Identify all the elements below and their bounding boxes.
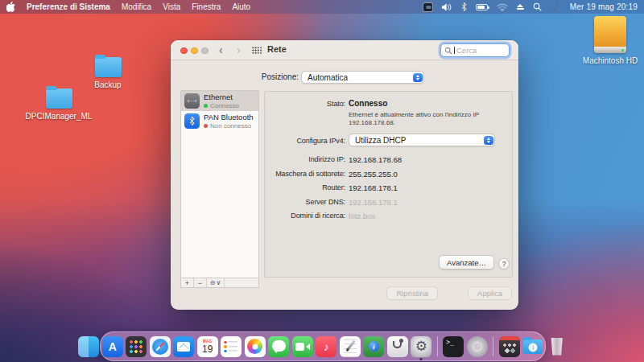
row-label: Server DNS: — [265, 198, 345, 206]
dock-separator — [437, 336, 438, 356]
stato-value: Connesso — [349, 99, 387, 108]
menu-item-aiuto[interactable]: Aiuto — [232, 2, 250, 11]
dock-system-preferences-icon[interactable]: ⚙ — [411, 336, 431, 357]
bluetooth-service-icon — [184, 113, 200, 129]
services-sidebar: ‹···› Ethernet Connesso PAN Bluetooth No… — [180, 90, 259, 278]
battery-icon[interactable] — [476, 4, 488, 10]
menu-item-vista[interactable]: Vista — [163, 2, 180, 11]
dock-safari-icon[interactable] — [150, 336, 171, 357]
folder-icon — [46, 88, 72, 109]
ipv4-label: Configura IPv4: — [265, 137, 345, 145]
desktop-icon-dpcimanager-ml[interactable]: DPCIManager_ML — [6, 88, 111, 121]
service-item-ethernet[interactable]: ‹···› Ethernet Connesso — [181, 91, 258, 111]
search-icon — [444, 47, 452, 55]
apply-button[interactable]: Applica — [468, 286, 512, 300]
service-actions-button[interactable]: ⊖∨ — [207, 278, 225, 287]
apple-menu-icon[interactable] — [6, 2, 15, 12]
desktop-icon-label: Backup — [94, 80, 121, 89]
zoom-button[interactable] — [201, 47, 208, 55]
dock-finder-icon[interactable] — [78, 336, 99, 357]
desktop-icon-backup[interactable]: Backup — [84, 57, 132, 89]
search-field[interactable]: Cerca — [440, 43, 510, 57]
menu-item-modifica[interactable]: Modifica — [122, 2, 151, 11]
add-service-button[interactable]: + — [181, 278, 194, 287]
hard-disk-icon — [594, 16, 626, 53]
spotlight-icon[interactable] — [533, 2, 542, 11]
menu-item-finestra[interactable]: Finestra — [192, 2, 221, 11]
service-list-controls: + − ⊖∨ — [180, 278, 259, 288]
row-label: Maschera di sottorete: — [265, 170, 345, 178]
connection-detail-panel: Stato: Connesso Ethernet è attualmente a… — [264, 91, 513, 278]
dock-facetime-icon[interactable] — [292, 336, 313, 357]
desktop: Preferenze di Sistema Modifica Vista Fin… — [0, 0, 644, 362]
volume-icon[interactable] — [442, 3, 452, 11]
location-row: Posizione: Automatica — [171, 71, 518, 84]
show-all-grid-icon[interactable] — [252, 47, 262, 55]
text-cursor — [454, 47, 455, 54]
dock-downloads-folder-icon[interactable]: ↓ — [522, 336, 543, 357]
dock-applications-stack-icon[interactable] — [499, 336, 520, 357]
menu-app-name[interactable]: Preferenze di Sistema — [27, 2, 110, 11]
dock: A MAG 19 ♪ i ⚙ >_ ↓ — [100, 331, 546, 361]
info-badge-icon: i — [369, 341, 379, 352]
dock-photos-icon[interactable] — [245, 336, 266, 357]
dock-app-store-icon[interactable]: A — [102, 336, 123, 357]
desktop-icon-machintosh-hd[interactable]: Machintosh HD — [578, 16, 642, 65]
row-value: fritz.box — [349, 212, 375, 220]
dock-terminal-icon[interactable]: >_ — [443, 336, 464, 357]
actions-gear-icon: ⊖ — [210, 279, 216, 286]
dock-textedit-icon[interactable] — [340, 336, 361, 357]
service-name: PAN Bluetooth — [204, 113, 254, 121]
chevron-down-icon: ∨ — [216, 279, 221, 286]
revert-button[interactable]: Ripristina — [386, 286, 438, 300]
folder-icon — [95, 57, 122, 77]
help-button[interactable]: ? — [498, 258, 510, 269]
service-name: Ethernet — [204, 93, 239, 101]
dock-reminders-icon[interactable] — [221, 336, 242, 357]
stato-description: Ethernet è attualmente attivo con l'indi… — [349, 111, 510, 127]
dock-dpcimanager-icon[interactable]: i — [363, 336, 384, 357]
menu-clock[interactable]: Mer 19 mag 20:19 — [570, 2, 638, 11]
service-status: Connesso — [210, 102, 239, 109]
network-preferences-window: ‹ › Rete Cerca Posizione: Automatica ‹··… — [171, 40, 518, 310]
calendar-day: 19 — [202, 344, 213, 355]
ipv4-value: Utilizza DHCP — [355, 136, 406, 145]
location-label: Posizione: — [262, 72, 299, 81]
wifi-icon[interactable] — [497, 3, 508, 11]
dock-mail-icon[interactable] — [173, 336, 194, 357]
download-arrow-icon: ↓ — [529, 343, 538, 352]
row-label: Router: — [265, 183, 345, 191]
status-dot-green — [204, 104, 208, 108]
dock-messages-icon[interactable] — [268, 336, 289, 357]
eject-icon[interactable] — [517, 4, 524, 10]
title-bar[interactable]: ‹ › Rete Cerca — [171, 40, 518, 60]
dock-trash-icon[interactable] — [547, 336, 568, 357]
dock-music-icon[interactable]: ♪ — [316, 336, 336, 357]
search-placeholder: Cerca — [456, 46, 477, 55]
trash-cup — [550, 338, 564, 356]
location-dropdown[interactable]: Automatica — [301, 71, 424, 84]
pen-icon — [345, 339, 355, 351]
remove-service-button[interactable]: − — [194, 278, 207, 287]
row-value: 192.168.178.1 — [349, 198, 398, 207]
ipv4-dropdown[interactable]: Utilizza DHCP — [349, 134, 495, 146]
service-status: Non connesso — [210, 122, 251, 130]
service-item-pan-bluetooth[interactable]: PAN Bluetooth Non connesso — [181, 111, 258, 131]
dock-installer-icon[interactable] — [467, 336, 488, 357]
close-button[interactable] — [180, 47, 188, 55]
row-value: 192.168.178.68 — [349, 155, 402, 164]
window-title: Rete — [267, 44, 287, 54]
app-status-icon[interactable] — [423, 2, 433, 12]
stethoscope-icon — [393, 341, 402, 348]
desktop-icon-label: DPCIManager_ML — [26, 112, 93, 121]
dock-calendar-icon[interactable]: MAG 19 — [197, 336, 218, 357]
bluetooth-icon[interactable] — [461, 2, 467, 11]
dock-hackintool-icon[interactable] — [387, 336, 408, 357]
control-center-icon[interactable] — [551, 3, 561, 11]
minimize-button[interactable] — [191, 47, 198, 55]
status-dot-red — [204, 124, 208, 128]
back-button[interactable]: ‹ — [219, 42, 223, 59]
forward-button[interactable]: › — [237, 42, 241, 59]
advanced-button[interactable]: Avanzate… — [439, 255, 494, 269]
dock-launchpad-icon[interactable] — [126, 336, 147, 357]
